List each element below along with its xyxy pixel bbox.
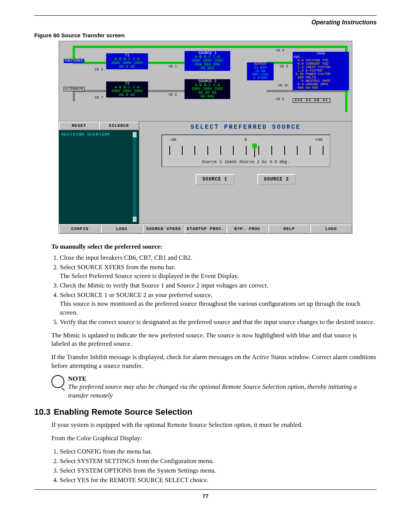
output-xfers: 0 XFERS bbox=[248, 77, 273, 80]
source2-button[interactable]: SOURCE 2 bbox=[257, 174, 296, 185]
source2-freq: 60.0HZ bbox=[185, 95, 229, 99]
cb3a-label: CB 3A bbox=[278, 84, 288, 88]
section-title: Enabling Remote Source Selection bbox=[54, 407, 192, 417]
note-text: The preferred source may also be changed… bbox=[68, 383, 377, 400]
cb2-label: CB 2 bbox=[169, 93, 177, 97]
page-number: 77 bbox=[34, 493, 377, 499]
list-item: Select CONFIG from the menu bar. bbox=[60, 447, 377, 456]
cb6-label: CB 6 bbox=[95, 68, 103, 72]
phase-tick-scale bbox=[169, 144, 323, 157]
tab-config[interactable]: CONFIG bbox=[59, 224, 101, 233]
source1-button[interactable]: SOURCE 1 bbox=[196, 174, 234, 185]
event-scrollbar[interactable]: ▲ ▼ bbox=[133, 132, 137, 222]
scale-left: -30 bbox=[169, 137, 177, 142]
load-phase-row[interactable]: AVG 0A 0B 0C bbox=[293, 98, 330, 103]
list-item: Select SOURCE XFERS from the menu bar. T… bbox=[60, 263, 377, 281]
section-number: 10.3 bbox=[34, 407, 51, 417]
source-transfer-screen: PREFERRED ALTERNATE T1 A-B B-C C-A 208V … bbox=[59, 41, 352, 234]
list-text: The Select Preferred Source screen is di… bbox=[60, 272, 239, 280]
paragraph: If the Transfer Inhibit message is displ… bbox=[51, 353, 377, 371]
cb5-label: CB 5 bbox=[276, 97, 284, 101]
tab-help[interactable]: HELP bbox=[268, 224, 310, 233]
list-text: Select SOURCE 1 or SOURCE 2 as your pref… bbox=[60, 291, 212, 299]
note-heading: NOTE bbox=[68, 375, 377, 383]
list-item: Check the Mimic to verify that Source 1 … bbox=[60, 281, 377, 290]
tab-logo[interactable]: LOGO bbox=[310, 224, 352, 233]
cb3-label: CB 3 bbox=[280, 65, 288, 69]
mimic-panel: PREFERRED ALTERNATE T1 A-B B-C C-A 208V … bbox=[59, 41, 352, 121]
t1-block: T1 A-B B-C C-A 208V 208V 208V 60.0 HZ bbox=[106, 53, 148, 69]
tab-startup-proc[interactable]: STARTUP PROC. bbox=[185, 224, 226, 233]
page-header: Operating Instructions bbox=[34, 19, 377, 26]
tab-byp-proc[interactable]: BYP. PROC bbox=[226, 224, 268, 233]
paragraph: The Mimic is updated to indicate the new… bbox=[51, 331, 377, 349]
source1-freq: 60.0HZ bbox=[185, 67, 229, 70]
scale-mid: 0 bbox=[244, 137, 247, 142]
list-item: Close the input breakers CB6, CB7, CB1 a… bbox=[60, 254, 377, 262]
section-heading: 10.3 Enabling Remote Source Selection bbox=[34, 407, 377, 417]
event-column: RESET SILENCE HEATSINK OVERTEMP ▲ ▼ bbox=[59, 121, 139, 224]
load-line: 600 KW-HRS bbox=[293, 86, 348, 90]
instruction-list: Close the input breakers CB6, CB7, CB1 a… bbox=[51, 254, 377, 327]
list-item: Select YES for the REMOTE SOURCE SELECT … bbox=[60, 476, 377, 485]
list-text: Select SOURCE XFERS from the menu bar. bbox=[60, 264, 175, 271]
output-block: OUTPUT 21 KVA 19 KW 60% LOAD 0 XFERS bbox=[247, 62, 274, 80]
tab-source-xfers[interactable]: SOURCE XFERS bbox=[143, 224, 185, 233]
silence-button[interactable]: SILENCE bbox=[99, 121, 139, 130]
scroll-track[interactable] bbox=[133, 137, 137, 217]
cb4-label: CB 4 bbox=[276, 49, 284, 53]
cb1-label: CB 1 bbox=[169, 65, 177, 69]
magnifier-icon bbox=[51, 375, 64, 388]
preferred-tag: PREFERRED bbox=[64, 59, 84, 63]
alarm-message: HEATSINK OVERTEMP bbox=[61, 132, 131, 222]
select-source-panel: SELECT PREFERRED SOURCE -30 0 +30 bbox=[139, 121, 352, 224]
list-item: Select SYSTEM SETTINGS from the Configur… bbox=[60, 457, 377, 466]
select-source-title: SELECT PREFERRED SOURCE bbox=[191, 121, 301, 134]
phase-note: Source 1 leads Source 2 by 3.5 deg. bbox=[166, 160, 326, 164]
t1-freq: 60.0 HZ bbox=[107, 65, 147, 69]
phase-marker-icon bbox=[252, 144, 257, 148]
scroll-up-icon[interactable]: ▲ bbox=[133, 132, 137, 137]
load-block: LOAD AVG. 0.0 VOLTAGE THD 0.0 CURRENT TH… bbox=[293, 52, 349, 90]
reset-button[interactable]: RESET bbox=[59, 121, 99, 130]
list-item: Verify that the correct source is design… bbox=[60, 318, 377, 327]
menu-bar: CONFIG LOGS SOURCE XFERS STARTUP PROC. B… bbox=[59, 224, 352, 233]
t2-freq: 60.0 HZ bbox=[107, 93, 147, 97]
list-text: This source is now monitored as the pref… bbox=[60, 300, 360, 316]
list-item: Select SYSTEM OPTIONS from the System Se… bbox=[60, 466, 377, 475]
paragraph: From the Color Graphical Display: bbox=[51, 434, 377, 443]
cb7-label: CB 7 bbox=[95, 96, 103, 100]
figure-caption: Figure 60 Source Transfer screen bbox=[34, 32, 377, 38]
instruction-heading: To manually select the preferred source: bbox=[51, 243, 377, 251]
note-block: NOTE The preferred source may also be ch… bbox=[51, 375, 377, 400]
source1-block: SOURCE 1 A-B B-C C-A 208V 208V 208V 60A … bbox=[185, 51, 230, 71]
tab-logs[interactable]: LOGS bbox=[101, 224, 143, 233]
alternate-tag: ALTERNATE bbox=[64, 87, 84, 91]
scale-right: +30 bbox=[315, 137, 323, 142]
phase-indicator: -30 0 +30 bbox=[161, 134, 330, 167]
list-item: Select SOURCE 1 or SOURCE 2 as your pref… bbox=[60, 291, 377, 317]
t2-block: T2 A-B B-C C-A 208V 208V 208V 60.0 HZ bbox=[106, 81, 148, 97]
section-list: Select CONFIG from the menu bar. Select … bbox=[51, 447, 377, 485]
scroll-down-icon[interactable]: ▼ bbox=[133, 217, 137, 222]
paragraph: If your system is equipped with the opti… bbox=[51, 421, 377, 430]
source2-block: SOURCE 2 A-B B-C C-A 208V 208V 208V 0A 0… bbox=[185, 79, 230, 99]
